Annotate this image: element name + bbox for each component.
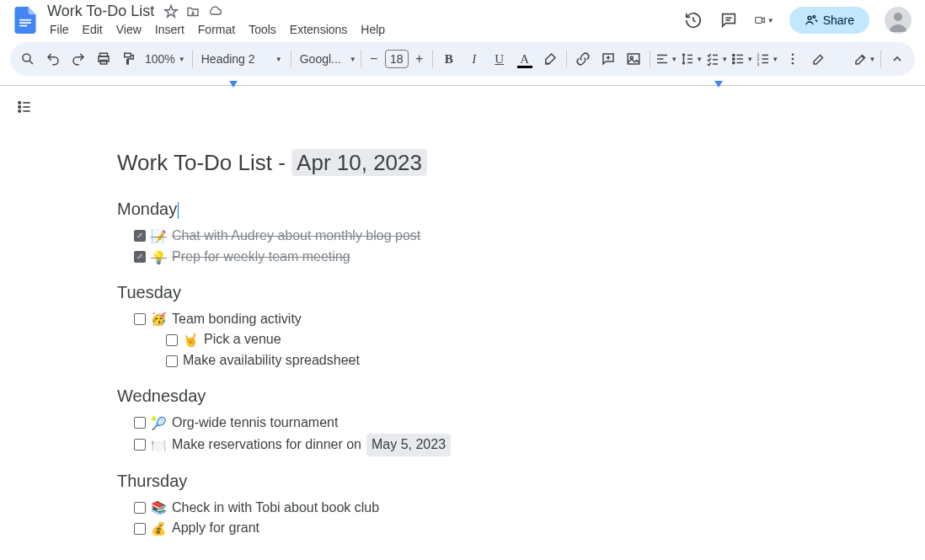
checkbox[interactable] — [134, 313, 146, 325]
checkbox[interactable] — [134, 417, 146, 429]
item-emoji-icon: 💡 — [151, 248, 167, 267]
collapse-toolbar-button[interactable] — [885, 46, 910, 72]
svg-point-46 — [19, 110, 21, 113]
menu-help[interactable]: Help — [355, 21, 391, 38]
zoom-select[interactable]: 100%▼ — [142, 52, 189, 66]
editing-mode-button[interactable] — [806, 46, 831, 72]
checkbox[interactable] — [134, 523, 146, 535]
menu-edit[interactable]: Edit — [77, 21, 109, 38]
checklist-item[interactable]: 💰Apply for grant — [134, 518, 808, 539]
checklist-item[interactable]: 📚Check in with Tobi about book club — [134, 498, 808, 519]
separator — [192, 51, 193, 67]
checklist-button[interactable]: ▼ — [704, 46, 730, 72]
search-icon[interactable] — [15, 46, 40, 72]
italic-button[interactable]: I — [462, 46, 487, 72]
section-heading[interactable]: Thursday — [117, 472, 808, 491]
redo-icon[interactable] — [66, 46, 91, 72]
checklist-item[interactable]: 📝Chat with Audrey about monthly blog pos… — [134, 226, 808, 247]
menu-view[interactable]: View — [110, 21, 147, 38]
align-button[interactable]: ▼ — [654, 46, 679, 72]
menu-extensions[interactable]: Extensions — [284, 21, 353, 38]
paragraph-style-select[interactable]: Heading 2▼ — [196, 52, 287, 66]
highlight-button[interactable] — [537, 46, 563, 72]
font-select[interactable]: Googl...▼ — [295, 52, 357, 66]
bullet-list-button[interactable]: ▼ — [730, 46, 755, 72]
separator — [361, 51, 361, 67]
svg-rect-18 — [628, 54, 639, 64]
doc-title[interactable]: Work To-Do List — [44, 3, 158, 20]
ruler-indent-marker-left[interactable] — [229, 77, 238, 93]
item-emoji-icon: 📝 — [151, 227, 167, 246]
svg-point-30 — [733, 58, 735, 60]
separator — [880, 51, 881, 67]
checklist-item[interactable]: 🎾Org-wide tennis tournament — [134, 413, 808, 434]
outline-toggle-button[interactable] — [12, 94, 37, 120]
print-icon[interactable] — [91, 46, 116, 72]
docs-logo-icon[interactable] — [10, 5, 40, 35]
date-chip[interactable]: May 5, 2023 — [366, 434, 451, 456]
numbered-list-button[interactable]: 123▼ — [755, 46, 780, 72]
menu-bar: FileEditViewInsertFormatToolsExtensionsH… — [44, 21, 683, 38]
checklist-item[interactable]: 💡Prep for weekly team meeting — [134, 247, 808, 268]
bold-button[interactable]: B — [436, 46, 462, 72]
comments-icon[interactable] — [719, 10, 739, 30]
checkbox[interactable] — [166, 334, 178, 346]
insert-image-button[interactable] — [621, 46, 646, 72]
svg-text:3: 3 — [757, 61, 760, 67]
menu-file[interactable]: File — [44, 21, 75, 38]
star-icon[interactable] — [163, 3, 179, 20]
add-comment-button[interactable] — [596, 46, 621, 72]
checklist-item[interactable]: 🍽️Make reservations for dinner on May 5,… — [134, 434, 808, 456]
cloud-status-icon[interactable] — [206, 3, 223, 20]
item-emoji-icon: 🥳 — [151, 309, 167, 328]
app-header: Work To-Do List FileEditViewInsertFormat… — [0, 0, 925, 40]
increase-font-size-button[interactable]: + — [410, 50, 429, 68]
text-color-button[interactable]: A — [512, 46, 537, 72]
section-heading[interactable]: Wednesday — [117, 387, 808, 406]
separator — [432, 51, 433, 67]
svg-rect-1 — [19, 22, 31, 24]
decrease-font-size-button[interactable]: − — [365, 50, 383, 68]
date-chip[interactable]: Apr 10, 2023 — [291, 149, 427, 176]
paint-format-icon[interactable] — [116, 46, 142, 72]
move-icon[interactable] — [184, 3, 201, 20]
item-text: Team bonding activity — [172, 309, 302, 330]
section-heading[interactable]: Tuesday — [117, 283, 808, 302]
checklist-item[interactable]: 🥳Team bonding activity — [134, 309, 808, 330]
text-cursor — [178, 202, 179, 219]
checkbox[interactable] — [134, 439, 146, 451]
font-size-input[interactable] — [385, 50, 409, 68]
share-button[interactable]: Share — [789, 7, 869, 34]
checklist-item[interactable]: 🤘Pick a venue — [166, 329, 808, 350]
item-emoji-icon: 🍽️ — [151, 435, 167, 455]
menu-insert[interactable]: Insert — [149, 21, 190, 38]
checkbox[interactable] — [166, 355, 178, 367]
meet-button[interactable]: ▼ — [754, 10, 774, 30]
separator — [291, 51, 291, 67]
ruler-indent-marker-right[interactable] — [714, 77, 723, 93]
history-icon[interactable] — [683, 10, 703, 30]
checkbox[interactable] — [134, 251, 146, 263]
menu-tools[interactable]: Tools — [243, 21, 282, 38]
avatar[interactable] — [885, 7, 912, 34]
item-text: Org-wide tennis tournament — [172, 413, 338, 434]
ruler[interactable] — [0, 79, 925, 86]
more-toolbar-button[interactable] — [780, 46, 805, 72]
document-page[interactable]: Work To-Do List - Apr 10, 2023 Monday📝Ch… — [117, 103, 808, 556]
menu-format[interactable]: Format — [192, 21, 241, 38]
edit-pencil-button[interactable]: ▼ — [852, 46, 877, 72]
share-icon — [805, 13, 818, 27]
checkbox[interactable] — [134, 502, 146, 514]
insert-link-button[interactable] — [570, 46, 596, 72]
document-canvas[interactable]: Work To-Do List - Apr 10, 2023 Monday📝Ch… — [0, 86, 925, 556]
underline-button[interactable]: U — [487, 46, 512, 72]
undo-icon[interactable] — [40, 46, 66, 72]
checkbox[interactable] — [134, 230, 146, 242]
document-title-heading[interactable]: Work To-Do List - Apr 10, 2023 — [117, 150, 808, 176]
checklist-item[interactable]: Make availability spreadsheet — [166, 350, 808, 371]
line-spacing-button[interactable]: ▼ — [679, 46, 704, 72]
svg-point-44 — [19, 102, 21, 104]
svg-point-31 — [733, 61, 735, 63]
section-heading[interactable]: Monday — [117, 200, 808, 219]
item-text: Prep for weekly team meeting — [172, 247, 350, 268]
